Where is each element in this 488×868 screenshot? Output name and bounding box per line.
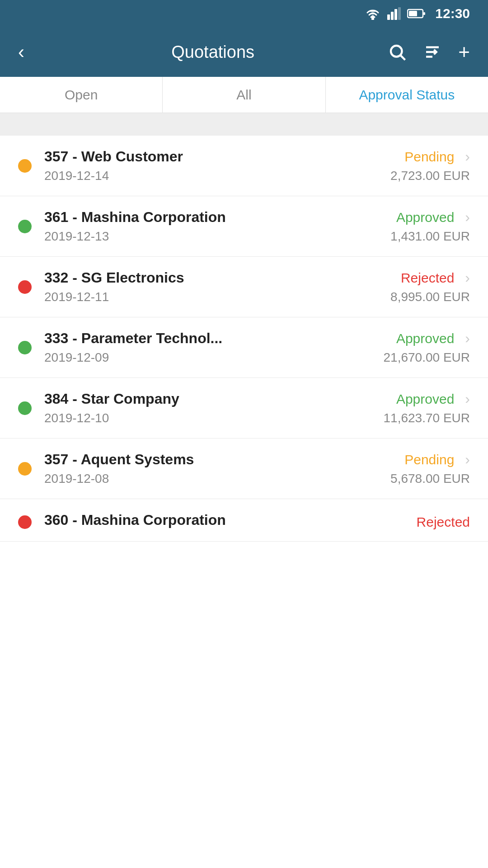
tabs-bar: Open All Approval Status — [0, 77, 488, 113]
status-icons — [365, 7, 426, 20]
status-dot — [18, 280, 32, 294]
item-right: Rejected › 8,995.00 EUR — [390, 269, 470, 304]
item-content: 384 - Star Company 2019-12-10 — [44, 391, 384, 425]
header-actions: + — [388, 42, 470, 62]
item-status: Rejected — [417, 514, 470, 530]
item-date: 2019-12-08 — [44, 472, 390, 486]
item-date: 2019-12-11 — [44, 290, 390, 304]
item-content: 333 - Parameter Technol... 2019-12-09 — [44, 330, 384, 365]
item-status: Pending — [404, 452, 454, 467]
chevron-icon: › — [465, 148, 470, 165]
item-amount: 11,623.70 EUR — [384, 411, 470, 425]
tab-approval-status[interactable]: Approval Status — [326, 77, 488, 113]
svg-rect-4 — [394, 9, 397, 20]
list-item[interactable]: 360 - Mashina Corporation Rejected — [0, 499, 488, 542]
item-name: 332 - SG Electronics — [44, 269, 390, 286]
item-right: Rejected — [417, 514, 470, 530]
item-amount: 5,678.00 EUR — [390, 472, 470, 486]
wifi-icon — [365, 7, 381, 20]
list-item[interactable]: 332 - SG Electronics 2019-12-11 Rejected… — [0, 257, 488, 317]
list-item[interactable]: 384 - Star Company 2019-12-10 Approved ›… — [0, 378, 488, 439]
item-date: 2019-12-10 — [44, 411, 384, 425]
item-status-row: Rejected › — [401, 269, 470, 286]
page-title: Quotations — [38, 42, 388, 62]
chevron-icon: › — [465, 330, 470, 347]
quotations-list: 357 - Web Customer 2019-12-14 Pending › … — [0, 136, 488, 542]
item-name: 361 - Mashina Corporation — [44, 209, 390, 226]
item-date: 2019-12-09 — [44, 350, 384, 365]
status-dot — [18, 159, 32, 173]
status-dot — [18, 220, 32, 233]
item-right: Pending › 5,678.00 EUR — [390, 451, 470, 486]
item-name: 384 - Star Company — [44, 391, 384, 407]
list-item[interactable]: 357 - Web Customer 2019-12-14 Pending › … — [0, 136, 488, 196]
item-amount: 21,670.00 EUR — [384, 350, 470, 365]
back-button[interactable]: ‹ — [18, 41, 24, 63]
tab-all[interactable]: All — [163, 77, 325, 113]
item-right: Approved › 11,623.70 EUR — [384, 391, 470, 425]
svg-rect-7 — [409, 11, 417, 16]
svg-rect-2 — [387, 14, 390, 20]
signal-icon — [387, 7, 401, 20]
svg-line-10 — [401, 56, 405, 60]
item-status-row: Pending › — [404, 148, 470, 165]
status-bar: 12:30 — [0, 0, 488, 27]
item-name: 360 - Mashina Corporation — [44, 512, 417, 528]
page-header: ‹ Quotations + — [0, 27, 488, 77]
list-item[interactable]: 361 - Mashina Corporation 2019-12-13 App… — [0, 196, 488, 257]
item-status-row: Rejected — [417, 514, 470, 530]
item-status: Approved — [396, 331, 454, 346]
item-name: 357 - Aquent Systems — [44, 451, 390, 468]
tab-open[interactable]: Open — [0, 77, 163, 113]
chevron-icon: › — [465, 209, 470, 226]
item-content: 361 - Mashina Corporation 2019-12-13 — [44, 209, 390, 244]
item-status: Rejected — [401, 270, 454, 286]
clock: 12:30 — [435, 6, 470, 21]
item-status-row: Approved › — [396, 330, 470, 347]
sort-icon[interactable] — [423, 42, 442, 61]
item-right: Approved › 21,670.00 EUR — [384, 330, 470, 365]
status-dot — [18, 462, 32, 476]
item-name: 333 - Parameter Technol... — [44, 330, 384, 347]
chevron-icon: › — [465, 269, 470, 286]
item-amount: 2,723.00 EUR — [390, 169, 470, 183]
chevron-icon: › — [465, 391, 470, 407]
add-button[interactable]: + — [458, 42, 470, 62]
item-status-row: Approved › — [396, 391, 470, 407]
search-icon[interactable] — [388, 42, 407, 61]
item-content: 357 - Web Customer 2019-12-14 — [44, 148, 390, 183]
item-amount: 8,995.00 EUR — [390, 290, 470, 304]
chevron-icon: › — [465, 451, 470, 468]
list-item[interactable]: 333 - Parameter Technol... 2019-12-09 Ap… — [0, 317, 488, 378]
item-content: 332 - SG Electronics 2019-12-11 — [44, 269, 390, 304]
item-name: 357 - Web Customer — [44, 148, 390, 165]
item-content: 360 - Mashina Corporation — [44, 512, 417, 532]
item-status-row: Pending › — [404, 451, 470, 468]
item-amount: 1,431.00 EUR — [390, 229, 470, 244]
battery-icon — [407, 8, 426, 19]
item-status: Pending — [404, 149, 454, 165]
item-date: 2019-12-13 — [44, 229, 390, 244]
item-content: 357 - Aquent Systems 2019-12-08 — [44, 451, 390, 486]
item-status-row: Approved › — [396, 209, 470, 226]
item-date: 2019-12-14 — [44, 169, 390, 183]
list-item[interactable]: 357 - Aquent Systems 2019-12-08 Pending … — [0, 439, 488, 499]
status-dot — [18, 401, 32, 415]
status-dot — [18, 341, 32, 354]
svg-rect-3 — [391, 12, 394, 20]
item-right: Pending › 2,723.00 EUR — [390, 148, 470, 183]
item-right: Approved › 1,431.00 EUR — [390, 209, 470, 244]
section-header — [0, 113, 488, 136]
svg-rect-5 — [398, 7, 401, 20]
svg-point-9 — [391, 46, 402, 57]
svg-rect-8 — [423, 12, 425, 15]
status-dot — [18, 515, 32, 529]
item-status: Approved — [396, 210, 454, 225]
item-status: Approved — [396, 392, 454, 407]
